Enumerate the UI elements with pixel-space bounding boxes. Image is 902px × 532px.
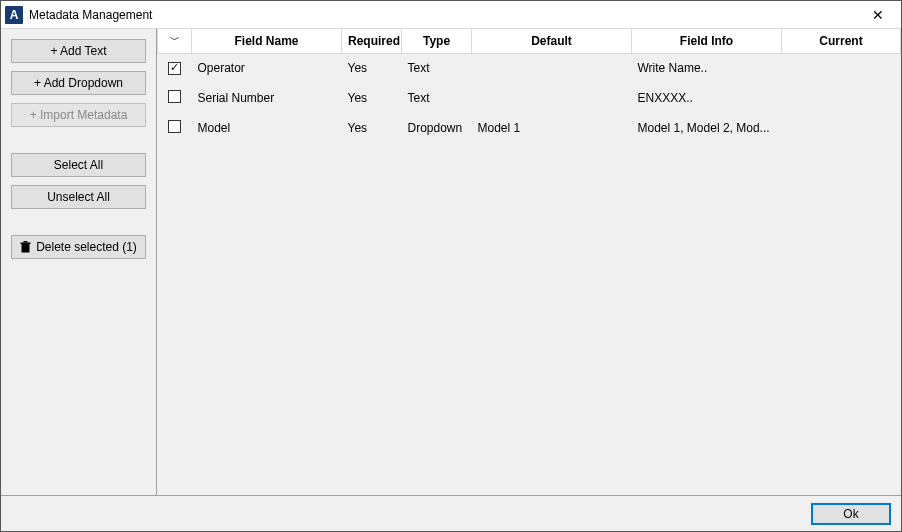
select-all-button[interactable]: Select All bbox=[11, 153, 146, 177]
row-type: Text bbox=[402, 53, 472, 83]
row-type: Dropdown bbox=[402, 113, 472, 143]
table-header-field-info[interactable]: Field Info bbox=[632, 29, 782, 53]
row-field-info: Write Name.. bbox=[632, 53, 782, 83]
row-checkbox-cell[interactable] bbox=[158, 53, 192, 83]
metadata-table-container: ﹀ Field Name Required Type Default Field… bbox=[157, 29, 901, 495]
add-dropdown-button[interactable]: + Add Dropdown bbox=[11, 71, 146, 95]
window-title: Metadata Management bbox=[29, 8, 152, 22]
dialog-footer: Ok bbox=[1, 495, 901, 531]
select-all-label: Select All bbox=[54, 158, 103, 172]
unselect-all-button[interactable]: Unselect All bbox=[11, 185, 146, 209]
table-header-type[interactable]: Type bbox=[402, 29, 472, 53]
import-metadata-label: + Import Metadata bbox=[30, 108, 128, 122]
table-header-current[interactable]: Current bbox=[782, 29, 901, 53]
table-header-field-name[interactable]: Field Name bbox=[192, 29, 342, 53]
row-current bbox=[782, 83, 901, 113]
table-header-required[interactable]: Required bbox=[342, 29, 402, 53]
row-field-name: Model bbox=[192, 113, 342, 143]
row-required: Yes bbox=[342, 53, 402, 83]
metadata-table: ﹀ Field Name Required Type Default Field… bbox=[157, 29, 901, 143]
app-icon: A bbox=[5, 6, 23, 24]
ok-button[interactable]: Ok bbox=[811, 503, 891, 525]
trash-icon bbox=[20, 241, 31, 253]
delete-selected-button[interactable]: Delete selected (1) bbox=[11, 235, 146, 259]
ok-button-label: Ok bbox=[843, 507, 858, 521]
row-field-name: Serial Number bbox=[192, 83, 342, 113]
table-row[interactable]: Serial NumberYesTextENXXXX.. bbox=[158, 83, 901, 113]
svg-rect-1 bbox=[21, 243, 31, 245]
row-checkbox[interactable] bbox=[168, 90, 181, 103]
table-header-row: ﹀ Field Name Required Type Default Field… bbox=[158, 29, 901, 53]
main-panel: ﹀ Field Name Required Type Default Field… bbox=[157, 29, 901, 495]
row-type: Text bbox=[402, 83, 472, 113]
row-current bbox=[782, 53, 901, 83]
row-required: Yes bbox=[342, 113, 402, 143]
unselect-all-label: Unselect All bbox=[47, 190, 110, 204]
row-default bbox=[472, 83, 632, 113]
row-checkbox[interactable] bbox=[168, 62, 181, 75]
row-checkbox-cell[interactable] bbox=[158, 83, 192, 113]
add-dropdown-label: + Add Dropdown bbox=[34, 76, 123, 90]
row-field-info: ENXXXX.. bbox=[632, 83, 782, 113]
svg-rect-0 bbox=[22, 244, 30, 253]
metadata-management-window: A Metadata Management ✕ + Add Text + Add… bbox=[0, 0, 902, 532]
row-checkbox-cell[interactable] bbox=[158, 113, 192, 143]
table-row[interactable]: OperatorYesTextWrite Name.. bbox=[158, 53, 901, 83]
add-text-label: + Add Text bbox=[50, 44, 106, 58]
table-row[interactable]: ModelYesDropdownModel 1Model 1, Model 2,… bbox=[158, 113, 901, 143]
delete-selected-label: Delete selected (1) bbox=[36, 240, 137, 254]
row-checkbox[interactable] bbox=[168, 120, 181, 133]
window-body: + Add Text + Add Dropdown + Import Metad… bbox=[1, 29, 901, 495]
close-icon: ✕ bbox=[872, 7, 884, 23]
row-field-info: Model 1, Model 2, Mod... bbox=[632, 113, 782, 143]
svg-rect-2 bbox=[24, 241, 28, 243]
titlebar: A Metadata Management ✕ bbox=[1, 1, 901, 29]
sidebar: + Add Text + Add Dropdown + Import Metad… bbox=[1, 29, 157, 495]
row-required: Yes bbox=[342, 83, 402, 113]
table-header-checkbox[interactable]: ﹀ bbox=[158, 29, 192, 53]
row-field-name: Operator bbox=[192, 53, 342, 83]
table-header-default[interactable]: Default bbox=[472, 29, 632, 53]
import-metadata-button: + Import Metadata bbox=[11, 103, 146, 127]
close-button[interactable]: ✕ bbox=[855, 1, 901, 29]
chevron-down-icon: ﹀ bbox=[170, 33, 180, 47]
row-default: Model 1 bbox=[472, 113, 632, 143]
row-default bbox=[472, 53, 632, 83]
row-current bbox=[782, 113, 901, 143]
add-text-button[interactable]: + Add Text bbox=[11, 39, 146, 63]
